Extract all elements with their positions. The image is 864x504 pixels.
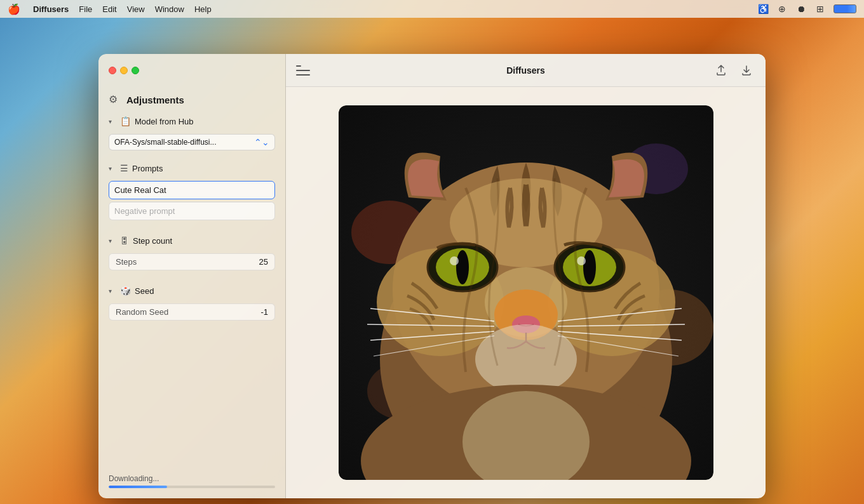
content-titlebar: Diffusers — [286, 54, 766, 87]
model-section-title: Model from Hub — [135, 117, 193, 126]
titlebar-actions — [712, 62, 755, 79]
seed-field-row: Random Seed -1 — [109, 303, 275, 321]
image-area — [286, 87, 766, 498]
seed-section-title: Seed — [135, 286, 154, 296]
model-value: OFA-Sys/small-stable-diffusi... — [114, 138, 254, 147]
step-count-section-body: Steps 25 — [104, 251, 280, 278]
main-window: ⚙ Adjustments ▾ 📋 Model from Hub OFA-Sys… — [98, 54, 766, 498]
control-center-icon[interactable]: ⊞ — [814, 3, 826, 15]
model-section-header[interactable]: ▾ 📋 Model from Hub — [104, 111, 280, 131]
step-count-section-header[interactable]: ▾ 🎛 Step count — [104, 230, 280, 251]
network-icon[interactable]: ⊕ — [776, 3, 788, 15]
menubar-left: 🍎 Diffusers File Edit View Window Help — [8, 3, 212, 15]
menubar: 🍎 Diffusers File Edit View Window Help ♿… — [0, 0, 864, 18]
prompts-section: ▾ ☰ Prompts — [104, 158, 280, 228]
adjustments-title: Adjustments — [126, 95, 184, 105]
adjustments-header: ⚙ Adjustments — [98, 87, 285, 111]
menubar-file[interactable]: File — [79, 4, 92, 14]
seed-section-header[interactable]: ▾ 🎲 Seed — [104, 281, 280, 301]
content-panel: Diffusers — [286, 54, 766, 498]
model-icon: 📋 — [120, 116, 131, 126]
sidebar-titlebar — [98, 54, 285, 87]
svg-point-13 — [456, 250, 469, 284]
adjustments-icon: ⚙ — [109, 93, 121, 106]
menubar-edit[interactable]: Edit — [102, 4, 116, 14]
model-section-body: OFA-Sys/small-stable-diffusi... ⌃⌄ — [104, 131, 280, 156]
prompts-section-header[interactable]: ▾ ☰ Prompts — [104, 158, 280, 178]
step-count-section: ▾ 🎛 Step count Steps 25 — [104, 230, 280, 278]
prompts-icon: ☰ — [120, 163, 128, 173]
step-count-section-title: Step count — [133, 236, 172, 246]
minimize-button[interactable] — [120, 67, 128, 74]
menubar-view[interactable]: View — [127, 4, 145, 14]
svg-point-14 — [450, 256, 459, 265]
sidebar-toggle-icon[interactable] — [296, 65, 310, 76]
svg-point-19 — [577, 256, 586, 265]
negative-prompt-input[interactable] — [109, 202, 275, 220]
steps-value[interactable]: 25 — [259, 257, 268, 267]
step-count-icon: 🎛 — [120, 235, 129, 246]
sidebar-toggle[interactable] — [296, 65, 310, 76]
steps-label: Steps — [116, 257, 259, 267]
menubar-window[interactable]: Window — [155, 4, 184, 14]
prompts-chevron-icon: ▾ — [109, 165, 116, 172]
sidebar-content: ▾ 📋 Model from Hub OFA-Sys/small-stable-… — [98, 111, 285, 467]
random-seed-label: Random Seed — [116, 307, 260, 317]
download-label: Downloading... — [109, 474, 275, 483]
positive-prompt-input[interactable] — [109, 181, 275, 199]
prompts-section-title: Prompts — [132, 164, 163, 173]
steps-field-row: Steps 25 — [109, 253, 275, 270]
cat-image — [339, 105, 713, 480]
seed-chevron-icon: ▾ — [109, 288, 116, 295]
step-count-chevron-icon: ▾ — [109, 237, 116, 244]
model-stepper-icon: ⌃⌄ — [254, 137, 269, 147]
model-dropdown[interactable]: OFA-Sys/small-stable-diffusi... ⌃⌄ — [109, 134, 275, 150]
svg-point-18 — [583, 250, 596, 284]
battery-bar — [834, 4, 856, 13]
menubar-app-name[interactable]: Diffusers — [33, 4, 69, 14]
window-title: Diffusers — [506, 65, 545, 76]
cat-illustration — [339, 105, 713, 480]
model-chevron-icon: ▾ — [109, 118, 116, 125]
seed-icon: 🎲 — [120, 286, 131, 296]
sidebar: ⚙ Adjustments ▾ 📋 Model from Hub OFA-Sys… — [98, 54, 286, 498]
random-seed-value[interactable]: -1 — [260, 307, 268, 317]
share-button[interactable] — [712, 62, 730, 79]
export-button[interactable] — [738, 62, 755, 79]
screen-record-icon[interactable]: ⏺ — [795, 3, 807, 15]
battery-indicator — [834, 4, 856, 13]
progress-bar-container — [109, 486, 275, 488]
close-button[interactable] — [109, 67, 116, 74]
seed-section: ▾ 🎲 Seed Random Seed -1 — [104, 281, 280, 328]
menubar-right: ♿ ⊕ ⏺ ⊞ — [757, 3, 856, 15]
maximize-button[interactable] — [132, 67, 139, 74]
prompts-section-body — [104, 178, 280, 228]
apple-logo-icon[interactable]: 🍎 — [8, 3, 20, 15]
seed-section-body: Random Seed -1 — [104, 301, 280, 328]
progress-bar-fill — [109, 486, 167, 488]
model-section: ▾ 📋 Model from Hub OFA-Sys/small-stable-… — [104, 111, 280, 156]
menubar-help[interactable]: Help — [194, 4, 212, 14]
accessibility-icon[interactable]: ♿ — [757, 3, 769, 15]
download-section: Downloading... — [98, 467, 285, 498]
traffic-lights — [109, 67, 139, 74]
